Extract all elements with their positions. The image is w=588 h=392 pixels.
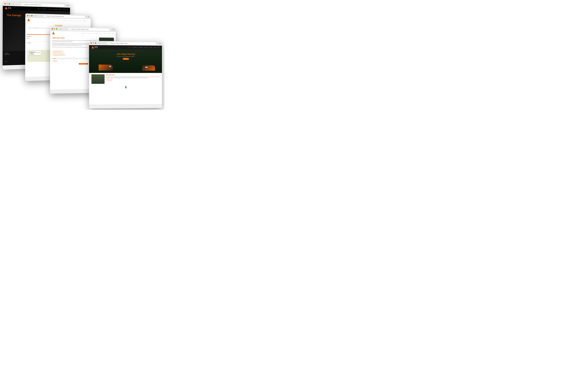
- garage-title: The Garage: [6, 14, 21, 17]
- nav-garage-2[interactable]: The Garage: [68, 20, 73, 21]
- nav-faq-2[interactable]: FAQ: [87, 20, 89, 22]
- footer-label-team: The team: [4, 52, 26, 54]
- nav-team[interactable]: The Team ▾: [42, 8, 46, 10]
- forward-button-2[interactable]: ›: [40, 15, 42, 17]
- organiz-text: Organiz...: [53, 60, 58, 62]
- window-controls-4[interactable]: ⧉: [159, 42, 160, 44]
- window-controls-2[interactable]: ⧉: [88, 16, 90, 18]
- nav-sponsors-3[interactable]: Sponsors: [99, 33, 102, 34]
- who-content: WHO ARE WE? Align Racing is a group of s…: [106, 74, 160, 81]
- nav-gallery-2[interactable]: Gallery: [79, 20, 82, 22]
- address-text-1: Search or enter website name: [24, 4, 42, 6]
- join-title: JOIN OUR TEAM: [52, 37, 97, 39]
- align-logo-4[interactable]: ALIGNRacing: [92, 46, 98, 48]
- maximize-button-4[interactable]: [95, 42, 96, 44]
- nav-team-3[interactable]: The Team ▾: [86, 33, 92, 34]
- apply-button[interactable]: APPLY: [123, 58, 129, 60]
- maximize-button-2[interactable]: [31, 15, 32, 16]
- forward-button-4[interactable]: ›: [103, 42, 105, 44]
- new-tab-button[interactable]: +: [66, 4, 67, 6]
- engineering-leader-badge[interactable]: Engineering Leader: [79, 63, 88, 64]
- nav-join-3[interactable]: Join us: [82, 33, 86, 34]
- window-icon-2[interactable]: ⊞: [34, 15, 36, 17]
- window-icon-3[interactable]: ⊞: [60, 28, 61, 30]
- who-section: WHO ARE WE? Align Racing is a group of s…: [89, 73, 162, 85]
- minimize-button-4[interactable]: [93, 42, 94, 44]
- nav-join-4[interactable]: Join us: [128, 47, 131, 48]
- address-bar-2[interactable]: 🔍 Search or enter website name: [44, 14, 85, 18]
- nav-garage[interactable]: The Garage: [48, 8, 52, 10]
- close-button-4[interactable]: [90, 42, 92, 44]
- nav-join-2[interactable]: Join us: [58, 20, 61, 21]
- nav-gallery-3[interactable]: Gallery: [104, 33, 107, 34]
- nav-sponsors-2[interactable]: Sponsors: [74, 20, 78, 21]
- nav-garage-4[interactable]: The Garage: [138, 47, 143, 48]
- align-logo-3[interactable]: ALIGNRacing: [52, 32, 58, 34]
- who-text: Align Racing is a group of students at t…: [106, 76, 160, 78]
- search-icon: 🔍: [22, 4, 24, 5]
- nav-contact-3[interactable]: Contact: [108, 33, 111, 34]
- english-text: English...: [53, 58, 56, 59]
- logo-text: ALIGNRacing: [8, 7, 11, 9]
- logo-icon-4: [92, 46, 94, 48]
- close-button[interactable]: [4, 3, 6, 4]
- search-icon-3: 🔍: [70, 28, 71, 30]
- forward-button[interactable]: ›: [18, 3, 19, 5]
- minimize-button-3[interactable]: [54, 28, 55, 30]
- maximize-button-3[interactable]: [56, 28, 58, 30]
- window-controls-3[interactable]: ⧉: [113, 29, 114, 31]
- nav-garage-3[interactable]: The Garage: [92, 33, 98, 34]
- race-car-2: 141: [142, 65, 155, 70]
- close-button-2[interactable]: [27, 15, 28, 16]
- page-main: ALIGNRacing Join us The Team ▾ The Garag…: [89, 45, 162, 104]
- nav-join[interactable]: Join us: [38, 8, 40, 10]
- apply-btn[interactable]: Apply to Align Racing!: [52, 51, 64, 53]
- new-tab-button-4[interactable]: +: [158, 42, 159, 44]
- maximize-button[interactable]: [9, 3, 10, 4]
- align-logo-2[interactable]: ALIGNRacing: [27, 18, 34, 21]
- the-team-button[interactable]: THE TEAM: [106, 79, 112, 81]
- back-button-4[interactable]: ‹: [101, 42, 103, 44]
- back-button-3[interactable]: ‹: [62, 28, 64, 30]
- close-button-3[interactable]: [52, 28, 53, 30]
- new-tab-button-3[interactable]: +: [112, 29, 112, 30]
- address-bar-4[interactable]: 🔍 Search or enter website name: [107, 42, 156, 45]
- logo-icon-3: [52, 32, 55, 34]
- who-image: [92, 74, 104, 84]
- logo-text-4: ALIGNRacing: [94, 46, 98, 48]
- traffic-lights-3: [52, 28, 58, 30]
- back-button-2[interactable]: ‹: [37, 15, 39, 17]
- nav-team-4[interactable]: The Team ▾: [132, 47, 137, 48]
- minimize-button-2[interactable]: [29, 15, 30, 16]
- window-icon[interactable]: ⊞: [12, 3, 14, 5]
- forward-button-3[interactable]: ›: [64, 28, 66, 30]
- traffic-lights-1: [4, 3, 10, 4]
- window-icon-4[interactable]: ⊞: [98, 42, 100, 44]
- back-button[interactable]: ‹: [15, 3, 17, 5]
- nav-controls-4: ⊞ ‹ ›: [98, 42, 105, 44]
- nav-contact-4[interactable]: Contact: [154, 47, 157, 48]
- nav-team-2[interactable]: The Team ▾: [62, 20, 67, 21]
- footer-val-team[interactable]: Align Racing: [4, 54, 26, 55]
- faq-btn[interactable]: Frequently asked questions: [52, 54, 66, 56]
- nav-faq-4[interactable]: FAQ: [158, 47, 160, 48]
- nav-gallery-4[interactable]: Gallery: [149, 47, 152, 48]
- nav-contact[interactable]: Contact: [62, 9, 66, 10]
- address-bar-1[interactable]: 🔍 Search or enter website name: [21, 3, 64, 7]
- align-logo[interactable]: ALIGNRacing: [5, 6, 11, 10]
- nav-faq-3[interactable]: FAQ: [112, 33, 114, 34]
- nav-controls-2: ⊞ ‹ ›: [34, 15, 42, 17]
- address-bar-3[interactable]: 🔍 Search or enter website name: [68, 28, 110, 31]
- car-number-141: 141: [145, 67, 147, 68]
- nav-sponsors-4[interactable]: Sponsors: [144, 47, 148, 48]
- map-card: Align Racing UiA Jon Lilletuns vei 9, 48…: [28, 51, 41, 55]
- window-controls[interactable]: ⧉: [68, 4, 68, 6]
- nav-faq[interactable]: FAQ: [66, 9, 68, 10]
- map-card-address: Jon Lilletuns vei 9, 4879 Grimstad: [29, 52, 40, 53]
- nav-sponsors[interactable]: Sponsors: [54, 9, 58, 10]
- new-tab-button-2[interactable]: +: [86, 16, 88, 18]
- tab-actions-2: + ⧉: [86, 16, 89, 18]
- nav-contact-2[interactable]: Contact: [83, 20, 86, 22]
- nav-gallery[interactable]: Gallery: [58, 9, 61, 10]
- minimize-button[interactable]: [6, 3, 8, 4]
